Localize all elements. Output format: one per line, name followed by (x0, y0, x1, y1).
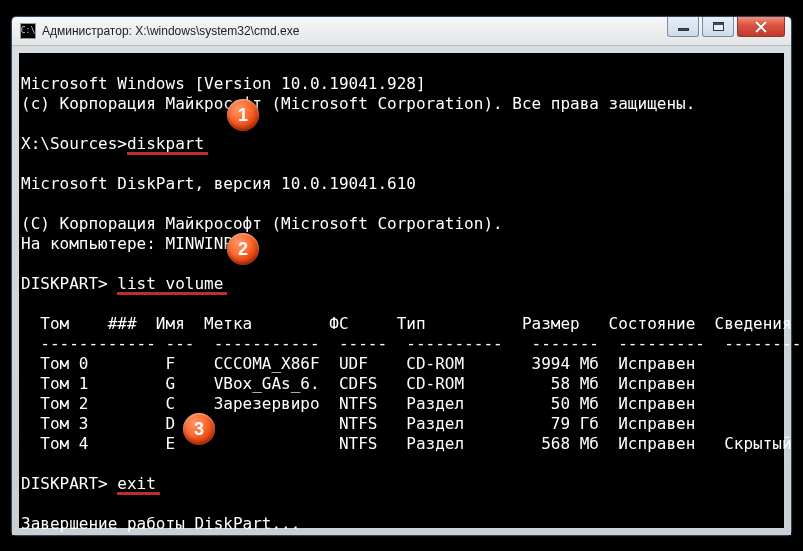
command-diskpart: diskpart (127, 134, 204, 153)
table-row: Том 3 D NTFS Раздел 79 Гб Исправен (21, 414, 695, 433)
annotation-badge-2: 2 (227, 233, 259, 265)
console-output[interactable]: Microsoft Windows [Version 10.0.19041.92… (19, 53, 784, 528)
close-button[interactable] (737, 17, 785, 37)
cmd-window: C:\ Администратор: X:\windows\system32\c… (11, 16, 792, 536)
table-row: Том 2 C Зарезервиро NTFS Раздел 50 Мб Ис… (21, 394, 695, 413)
command-list-volume: list volume (117, 274, 223, 293)
table-row: Том 4 E NTFS Раздел 568 Мб Исправен Скры… (21, 434, 792, 453)
table-row: Том 0 F CCCOMA_X86F UDF CD-ROM 3994 Мб И… (21, 354, 695, 373)
titlebar[interactable]: C:\ Администратор: X:\windows\system32\c… (12, 17, 791, 46)
window-client-area: Microsoft Windows [Version 10.0.19041.92… (12, 46, 791, 535)
console-line: Microsoft DiskPart, версия 10.0.19041.61… (21, 174, 416, 193)
table-separator: ------------ --- ----------- ----- -----… (21, 334, 801, 353)
console-line: (C) Корпорация Майкрософт (Microsoft Cor… (21, 214, 503, 233)
annotation-badge-3: 3 (183, 413, 215, 445)
console-line: Завершение работы DiskPart... (21, 514, 300, 533)
console-line: X:\Sources>diskpart (21, 134, 204, 153)
console-line: Microsoft Windows [Version 10.0.19041.92… (21, 74, 426, 93)
table-row: Том 1 G VBox_GAs_6. CDFS CD-ROM 58 Мб Ис… (21, 374, 695, 393)
maximize-button[interactable] (702, 17, 734, 37)
prompt: DISKPART> (21, 474, 117, 493)
command-exit: exit (117, 474, 156, 493)
console-line: DISKPART> exit (21, 474, 156, 493)
table-header: Том ### Имя Метка ФС Тип Размер Состояни… (21, 314, 792, 333)
minimize-button[interactable] (667, 17, 699, 37)
annotation-badge-1: 1 (227, 99, 259, 131)
console-line: На компьютере: MINWINPC (21, 234, 243, 253)
window-title: Администратор: X:\windows\system32\cmd.e… (42, 24, 299, 38)
system-menu-icon[interactable]: C:\ (20, 23, 36, 39)
close-icon (755, 21, 767, 33)
minimize-icon (678, 28, 689, 31)
prompt: X:\Sources> (21, 134, 127, 153)
console-line: (c) Корпорация Майкрософт (Microsoft Cor… (21, 94, 695, 113)
maximize-icon (713, 22, 724, 31)
console-line: DISKPART> list volume (21, 274, 223, 293)
window-controls (667, 17, 785, 37)
prompt: DISKPART> (21, 274, 117, 293)
